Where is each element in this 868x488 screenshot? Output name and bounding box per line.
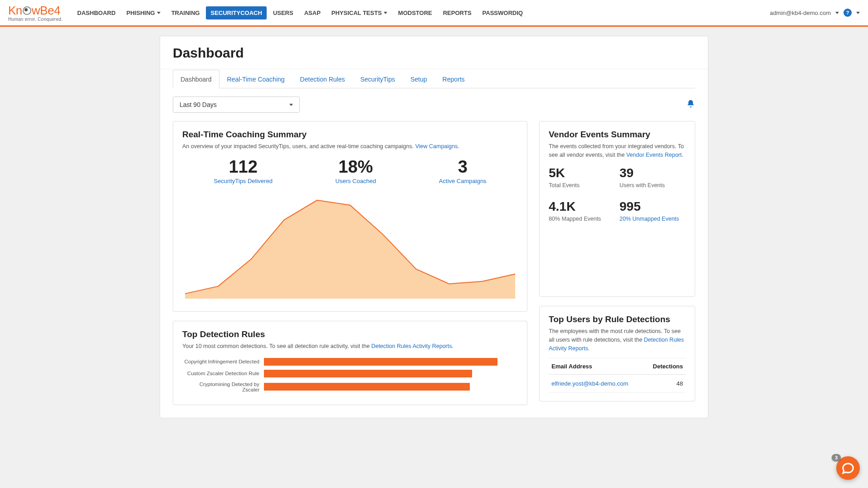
top-rules-card: Top Detection Rules Your 10 most common … (173, 321, 527, 405)
rtc-area-chart (182, 193, 518, 301)
top-rules-bar-chart: Copyright Infringement DetectedCustom Zs… (182, 358, 518, 392)
help-icon[interactable]: ? (844, 9, 852, 17)
main-nav: DASHBOARDPHISHINGTRAININGSECURITYCOACHUS… (73, 6, 770, 19)
view-campaigns-link[interactable]: View Campaigns (415, 143, 458, 150)
tab-real-time-coaching[interactable]: Real-Time Coaching (219, 70, 293, 88)
rtc-stat-label[interactable]: Active Campaigns (439, 178, 487, 184)
rtc-stat-label[interactable]: SecurityTips Delivered (214, 178, 273, 184)
logo[interactable]: KnwBe4 Human error. Conquered. (8, 4, 63, 22)
nav-passwordiq[interactable]: PASSWORDIQ (478, 6, 527, 19)
page-title: Dashboard (173, 45, 695, 61)
user-detection-count: 48 (677, 380, 683, 387)
nav-reports[interactable]: REPORTS (439, 6, 476, 19)
notifications-bell-icon[interactable] (686, 99, 695, 111)
col-detections: Detections (653, 363, 683, 370)
user-email: admin@kb4-demo.com (770, 10, 831, 16)
rtc-summary-title: Real-Time Coaching Summary (182, 130, 518, 140)
nav-users[interactable]: USERS (268, 6, 298, 19)
page-header: Dashboard (160, 36, 708, 69)
top-users-sub: The employees with the most rule detecti… (549, 327, 686, 353)
caret-down-icon (157, 12, 161, 14)
rtc-stat-value: 18% (336, 157, 376, 177)
tab-dashboard[interactable]: Dashboard (173, 70, 219, 88)
logo-text: KnwBe4 (8, 4, 63, 18)
top-rules-sub: Your 10 most common detections. To see a… (182, 342, 518, 351)
bar-row: Custom Zscaler Detection Rule (182, 370, 518, 377)
detection-reports-link[interactable]: Detection Rules Activity Reports (371, 343, 452, 349)
rtc-stat: 3Active Campaigns (439, 157, 487, 184)
vendor-report-link[interactable]: Vendor Events Report (626, 152, 682, 158)
main-container: Dashboard DashboardReal-Time CoachingDet… (160, 36, 708, 418)
filter-row: Last 90 Days (160, 88, 708, 113)
logo-tagline: Human error. Conquered. (8, 17, 63, 22)
vendor-stat-value: 39 (619, 166, 686, 180)
caret-down-icon (856, 12, 860, 14)
bar-label: Custom Zscaler Detection Rule (182, 371, 264, 376)
tab-detection-rules[interactable]: Detection Rules (293, 70, 353, 88)
top-users-card: Top Users by Rule Detections The employe… (539, 306, 695, 401)
rtc-stat-label[interactable]: Users Coached (336, 178, 376, 184)
vendor-summary-card: Vendor Events Summary The events collect… (539, 121, 695, 297)
rtc-stat: 112SecurityTips Delivered (214, 157, 273, 184)
vendor-stat-label[interactable]: 20% Unmapped Events (619, 216, 686, 222)
logo-o-icon (23, 6, 31, 15)
top-navbar: KnwBe4 Human error. Conquered. DASHBOARD… (0, 0, 868, 27)
bar-track (264, 370, 518, 377)
rtc-stats-row: 112SecurityTips Delivered18%Users Coache… (182, 157, 518, 184)
rtc-summary-card: Real-Time Coaching Summary An overview o… (173, 121, 527, 312)
top-rules-title: Top Detection Rules (182, 329, 518, 339)
vendor-summary-title: Vendor Events Summary (549, 130, 686, 140)
rtc-summary-sub: An overview of your impacted SecurityTip… (182, 142, 518, 151)
tab-reports[interactable]: Reports (435, 70, 473, 88)
vendor-stats-grid: 5KTotal Events39Users with Events4.1K80%… (549, 166, 686, 222)
nav-physical-tests[interactable]: PHYSICAL TESTS (327, 6, 392, 19)
bar-row: Cryptomining Detected by Zscaler (182, 382, 518, 392)
bar-fill (264, 383, 470, 391)
table-row: elfriede.yost@kb4-demo.com48 (549, 375, 686, 393)
rtc-stat-value: 3 (439, 157, 487, 177)
bar-fill (264, 370, 472, 377)
top-users-title: Top Users by Rule Detections (549, 314, 686, 324)
col-email: Email Address (551, 363, 592, 370)
user-email-link[interactable]: elfriede.yost@kb4-demo.com (551, 380, 628, 387)
caret-down-icon (384, 12, 387, 14)
vendor-summary-sub: The events collected from your integrate… (549, 142, 686, 159)
nav-asap[interactable]: ASAP (300, 6, 325, 19)
vendor-stat: 39Users with Events (619, 166, 686, 188)
bar-label: Copyright Infringement Detected (182, 359, 264, 364)
vendor-stat: 4.1K80% Mapped Events (549, 199, 615, 222)
rtc-stat-value: 112 (214, 157, 273, 177)
vendor-stat-label: Total Events (549, 182, 615, 188)
nav-dashboard[interactable]: DASHBOARD (73, 6, 120, 19)
user-menu[interactable]: admin@kb4-demo.com ? (770, 9, 860, 17)
nav-modstore[interactable]: MODSTORE (394, 6, 437, 19)
caret-down-icon (835, 12, 839, 14)
vendor-stat: 99520% Unmapped Events (619, 199, 686, 222)
date-range-value: Last 90 Days (180, 101, 217, 108)
bar-label: Cryptomining Detected by Zscaler (182, 382, 264, 392)
tab-setup[interactable]: Setup (403, 70, 435, 88)
vendor-stat: 5KTotal Events (549, 166, 615, 188)
bar-track (264, 358, 518, 366)
vendor-stat-value: 4.1K (549, 199, 615, 214)
nav-phishing[interactable]: PHISHING (122, 6, 165, 19)
content-grid: Real-Time Coaching Summary An overview o… (160, 113, 708, 418)
top-users-table-head: Email Address Detections (549, 358, 686, 375)
date-range-dropdown[interactable]: Last 90 Days (173, 97, 300, 113)
bar-row: Copyright Infringement Detected (182, 358, 518, 366)
nav-training[interactable]: TRAINING (167, 6, 205, 19)
top-users-table: Email Address Detections elfriede.yost@k… (549, 358, 686, 393)
tab-securitytips[interactable]: SecurityTips (352, 70, 403, 88)
bar-fill (264, 358, 497, 366)
nav-securitycoach[interactable]: SECURITYCOACH (206, 6, 266, 19)
rtc-stat: 18%Users Coached (336, 157, 376, 184)
vendor-stat-label: 80% Mapped Events (549, 216, 615, 222)
vendor-stat-value: 5K (549, 166, 615, 180)
vendor-stat-label: Users with Events (619, 182, 686, 188)
subnav-tabs: DashboardReal-Time CoachingDetection Rul… (173, 69, 695, 88)
bar-track (264, 383, 518, 391)
caret-down-icon (289, 104, 293, 106)
vendor-stat-value: 995 (619, 199, 686, 214)
